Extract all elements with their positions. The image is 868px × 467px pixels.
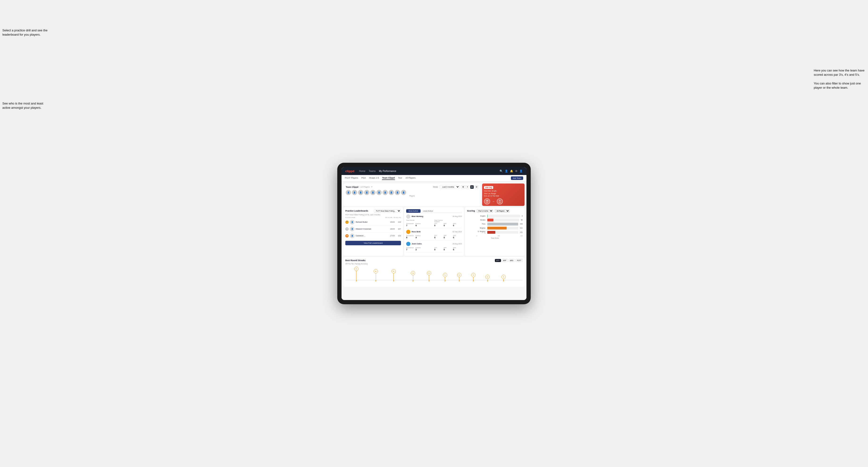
sub-nav-hcaps[interactable]: Hcaps 1-5 [369,177,379,180]
streak-btn-arg[interactable]: ARG [508,259,515,262]
drill-select[interactable]: PUTT Must Make Putting... [374,209,401,213]
bar-outer [487,215,520,217]
scoring-header: Scoring Par 3, 4 & 5s All Players [467,209,523,213]
sub-nav: PGAT Players PGA Hcaps 1-5 Team Clippd T… [342,175,526,182]
streak-badge: 3x [486,275,490,279]
rank-1: 🥇 [345,220,349,224]
scoring-title: Scoring [467,210,475,212]
pa-stats-3b: Tournament 7 Practice 2 OTT 0 [406,247,462,251]
streak-btn-app[interactable]: APP [502,259,508,262]
streak-point-0: 7x [354,267,359,281]
pa-stat-practice-label: Total Practice Activities [434,220,443,223]
pa-player-3: Josh Coles [406,242,422,246]
lb-name-3: Cameron... [356,235,389,237]
streak-dot [356,280,357,281]
show-label: Show: [433,186,438,188]
avatar-6: 👤 [376,190,382,195]
lb-avg-3: 103 [398,235,401,237]
lb-col-score: PB SCORE [385,217,393,218]
nav-teams[interactable]: Teams [369,170,375,173]
lb-col-avg: PB AVG SQ [394,217,401,218]
streak-dot [473,280,474,281]
chart-x-labels: 0200400 [476,235,523,237]
sub-nav-teamclippd[interactable]: Team Clippd [382,177,395,180]
nav-icons: 🔍 👤 🔔 ⚙ 👤 [500,169,523,173]
player-filter[interactable]: All Players [495,209,510,213]
bar-inner [487,231,495,234]
team-header-row: Team Clippd | 14 Players ✏ Show: Last 3 … [343,184,525,206]
bar-inner [487,223,518,225]
bar-label: Pars [476,223,486,225]
bar-label: Eagles [476,215,486,217]
view-full-leaderboard-button[interactable]: View Full Leaderboard [345,241,401,245]
filter-icon[interactable]: ⊟ [474,185,478,189]
lb-name-1: Richard Butler [356,221,389,223]
lb-headers: PLAYER NAME PB SCORE PB AVG SQ [345,217,401,218]
tab-least-active[interactable]: Least Active [421,209,435,213]
lb-avatar-3: 👤 [350,234,354,238]
bar-outer [487,227,518,229]
streak-point-3: 5x [411,271,415,281]
bar-value: 3 [522,215,523,217]
sub-nav-pgat[interactable]: PGAT Players [345,177,358,180]
avatar-8: 👤 [389,190,394,195]
streak-btn-ott[interactable]: OTT [495,259,501,262]
view-icons: ⊞ ≡ ▤ ⊟ [461,185,478,189]
streaks-card: Best Round Streaks OTT APP ARG PUTT Off … [343,257,525,287]
pa-name-2: Rees Britt [412,231,421,233]
player-activity-1: Blair McHarg 26 Aug 2023 Total Rounds [406,214,462,228]
lb-score-1: 19/20 [390,221,395,223]
bar-label: Bogeys [476,227,486,229]
grid-view-icon[interactable]: ⊞ [461,185,465,189]
player-activity-2: Rees Britt 02 Sep 2023 Tournament 8 Prac… [406,230,462,240]
bar-outer [487,231,518,234]
pa-stats-1: Total Rounds Total Practice Activities [406,220,462,223]
card-view-icon[interactable]: ▤ [470,185,474,189]
bar-row-pars: Pars499 [476,223,523,225]
settings-icon[interactable]: ⚙ [515,169,518,173]
sub-nav-allplayers[interactable]: All Players [405,177,415,180]
leaderboard-header: Practice Leaderboards PUTT Must Make Put… [345,209,401,213]
tab-most-active[interactable]: Most Active [406,209,421,213]
nav-myperformance[interactable]: My Performance [379,170,396,173]
streak-btn-putt[interactable]: PUTT [516,259,523,262]
search-icon[interactable]: 🔍 [500,169,503,173]
user-avatar-icon[interactable]: 👤 [519,169,523,173]
activity-tabs: Most Active Least Active [406,209,462,213]
pa-avatar-1 [406,214,410,219]
nav-links: Home Teams My Performance [359,170,500,173]
people-icon[interactable]: 👤 [505,169,508,173]
pa-avatar-3 [406,242,410,246]
bar-outer [487,223,518,225]
sub-nav-tour[interactable]: Tour [398,177,402,180]
lb-avatar-1: 👤 [350,220,354,224]
add-team-button[interactable]: Add Team [511,177,523,180]
bar-value: 499 [520,223,523,225]
streak-baseline [345,280,523,280]
pa-header-2: Rees Britt 02 Sep 2023 [406,230,462,234]
streak-dot [412,280,413,281]
streaks-header: Best Round Streaks OTT APP ARG PUTT [345,259,523,262]
sub-nav-pga[interactable]: PGA [361,177,366,180]
streak-badge: 7x [354,267,359,271]
shot-info: Shot Dist: 16 yds Start Lie: Rough End L… [484,190,523,197]
bell-icon[interactable]: 🔔 [510,169,513,173]
streak-stem [459,277,459,280]
par-filter[interactable]: Par 3, 4 & 5s [476,209,493,213]
streak-badge: 5x [411,271,415,275]
streak-point-5: 4x [443,273,447,281]
streak-point-4: 5x [427,271,431,281]
shot-badge: 198 SQ [484,186,493,189]
list-view-icon[interactable]: ≡ [466,185,469,189]
activity-card: Most Active Least Active Blair McHarg 26… [404,207,464,256]
period-select[interactable]: Last 3 months [440,185,460,189]
pa-stat-rounds-label: Total Rounds [406,220,415,223]
lb-row-1: 🥇 👤 Richard Butler 19/20 110 [345,219,401,226]
edit-icon[interactable]: ✏ [371,186,373,188]
avatar-4: 👤 [364,190,369,195]
lb-name-2: Edward Crossman [356,228,389,230]
streak-dot [375,280,376,281]
nav-home[interactable]: Home [359,170,365,173]
team-count: | 14 Players [360,186,370,188]
streak-stem [473,277,473,280]
